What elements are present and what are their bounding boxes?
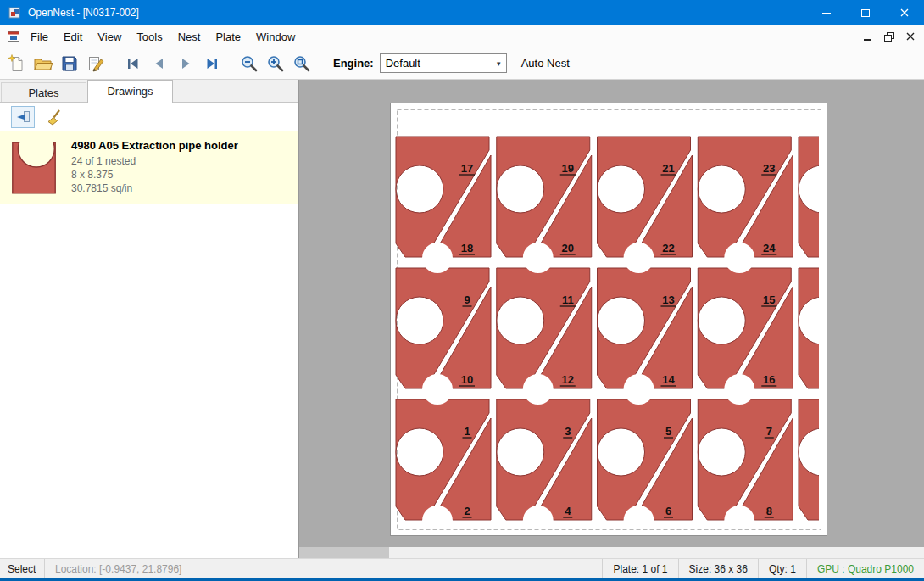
part-cutout bbox=[825, 506, 828, 536]
chevron-down-icon: ▾ bbox=[492, 59, 506, 68]
part-number-label: 10 bbox=[461, 373, 473, 386]
mdi-document-icon bbox=[7, 30, 20, 43]
part-number-label: 8 bbox=[766, 505, 772, 517]
part-number-label: 1 bbox=[464, 425, 470, 438]
part-number-label: 17 bbox=[461, 162, 473, 175]
part-cutout bbox=[422, 374, 453, 405]
nested-part[interactable] bbox=[799, 137, 828, 257]
menu-plate[interactable]: Plate bbox=[208, 27, 248, 47]
maximize-button[interactable] bbox=[846, 0, 885, 25]
close-icon bbox=[899, 8, 910, 18]
part-number-label: 20 bbox=[562, 242, 574, 254]
drawing-nested-count: 24 of 1 nested bbox=[71, 154, 238, 168]
part-cutout bbox=[422, 243, 453, 273]
part-number-label: 9 bbox=[464, 293, 470, 306]
save-icon bbox=[60, 54, 79, 73]
part-number-label: 3 bbox=[565, 425, 571, 438]
clear-button[interactable] bbox=[42, 106, 66, 128]
zoom-fit-button[interactable] bbox=[288, 50, 314, 76]
status-location: Location: [-0.9437, 21.8796] bbox=[44, 559, 192, 578]
engine-value: Default bbox=[381, 57, 492, 70]
drawing-title: 4980 A05 Extraction pipe holder bbox=[71, 139, 238, 152]
part-cutout bbox=[624, 374, 654, 405]
mdi-restore-button[interactable] bbox=[878, 27, 899, 46]
drawing-area: 30.7815 sq/in bbox=[71, 182, 238, 195]
part-cutout bbox=[422, 506, 453, 536]
part-number-label: 5 bbox=[665, 425, 671, 438]
mdi-controls bbox=[857, 27, 924, 46]
new-button[interactable] bbox=[3, 50, 30, 76]
tab-drawings[interactable]: Drawings bbox=[87, 80, 173, 103]
close-button[interactable] bbox=[885, 0, 924, 25]
status-plate: Plate: 1 of 1 bbox=[602, 559, 677, 578]
zoom-out-button[interactable] bbox=[236, 50, 262, 76]
auto-nest-button[interactable]: Auto Nest bbox=[521, 57, 570, 70]
last-plate-button[interactable] bbox=[198, 50, 225, 76]
mdi-minimize-button[interactable] bbox=[857, 27, 878, 46]
menu-window[interactable]: Window bbox=[248, 27, 303, 47]
nav-last-icon bbox=[203, 55, 220, 72]
part-number-label: 13 bbox=[662, 293, 674, 306]
part-number-label: 22 bbox=[662, 242, 674, 254]
zoom-fit-icon bbox=[292, 54, 311, 73]
part-number-label: 19 bbox=[562, 162, 574, 175]
scrollbar-thumb[interactable] bbox=[299, 547, 389, 558]
nesting-canvas[interactable]: 171819202122232491011121314151612345678 bbox=[299, 80, 924, 558]
engine-label: Engine: bbox=[333, 57, 374, 70]
drawing-dimensions: 8 x 8.375 bbox=[71, 168, 238, 182]
sidebar: PlatesDrawings 4980 A05 Extraction pipe … bbox=[0, 80, 299, 558]
part-number-label: 23 bbox=[763, 162, 775, 175]
nested-part[interactable] bbox=[799, 268, 828, 388]
drawing-list-item[interactable]: 4980 A05 Extraction pipe holder 24 of 1 … bbox=[0, 131, 298, 204]
part-cutout bbox=[523, 243, 554, 273]
zoom-in-icon bbox=[266, 54, 285, 73]
tab-strip: PlatesDrawings bbox=[0, 80, 298, 103]
drawings-toolbar bbox=[0, 103, 298, 131]
tab-plates[interactable]: Plates bbox=[1, 82, 86, 102]
previous-plate-button[interactable] bbox=[146, 50, 172, 76]
open-folder-icon bbox=[33, 54, 53, 73]
send-to-plates-button[interactable] bbox=[11, 106, 35, 128]
title-bar: OpenNest - [N0317-002] bbox=[0, 0, 924, 25]
part-number-label: 6 bbox=[665, 505, 671, 517]
mdi-close-button[interactable] bbox=[899, 27, 921, 46]
menu-tools[interactable]: Tools bbox=[129, 27, 170, 47]
menu-edit[interactable]: Edit bbox=[56, 27, 90, 47]
main-toolbar: Engine: Default ▾ Auto Nest bbox=[0, 47, 924, 80]
mdi-restore-icon bbox=[883, 31, 895, 42]
part-cutout bbox=[624, 243, 654, 273]
plate-sheet: 171819202122232491011121314151612345678 bbox=[390, 103, 827, 536]
window-title: OpenNest - [N0317-002] bbox=[28, 7, 139, 19]
next-plate-button[interactable] bbox=[172, 50, 198, 76]
save-as-button[interactable] bbox=[82, 50, 109, 76]
mdi-minimize-icon bbox=[863, 31, 873, 42]
part-number-label: 18 bbox=[461, 242, 473, 254]
drawing-info: 4980 A05 Extraction pipe holder 24 of 1 … bbox=[71, 139, 238, 195]
first-plate-button[interactable] bbox=[120, 50, 146, 76]
engine-select[interactable]: Default ▾ bbox=[380, 53, 507, 73]
part-number-label: 12 bbox=[562, 373, 574, 386]
part-number-label: 2 bbox=[464, 505, 470, 517]
part-number-label: 24 bbox=[763, 242, 776, 254]
part-cutout bbox=[724, 243, 754, 273]
app-icon bbox=[8, 6, 21, 20]
horizontal-scrollbar[interactable] bbox=[299, 547, 924, 558]
nav-first-icon bbox=[125, 55, 142, 72]
status-bar: Select Location: [-0.9437, 21.8796] Plat… bbox=[0, 558, 924, 578]
menu-nest[interactable]: Nest bbox=[170, 27, 209, 47]
zoom-in-button[interactable] bbox=[262, 50, 288, 76]
save-button[interactable] bbox=[56, 50, 82, 76]
send-to-plates-icon bbox=[14, 109, 31, 125]
minimize-button[interactable] bbox=[807, 0, 846, 25]
nested-part[interactable] bbox=[799, 399, 828, 520]
menu-file[interactable]: File bbox=[23, 27, 56, 47]
part-cutout bbox=[624, 506, 654, 536]
minimize-icon bbox=[822, 13, 831, 14]
save-edit-icon bbox=[86, 54, 105, 73]
status-mode: Select bbox=[0, 563, 44, 575]
open-button[interactable] bbox=[30, 50, 56, 76]
part-number-label: 11 bbox=[562, 293, 574, 306]
part-number-label: 15 bbox=[763, 293, 775, 306]
status-gpu: GPU : Quadro P1000 bbox=[806, 559, 924, 578]
menu-view[interactable]: View bbox=[90, 27, 129, 47]
